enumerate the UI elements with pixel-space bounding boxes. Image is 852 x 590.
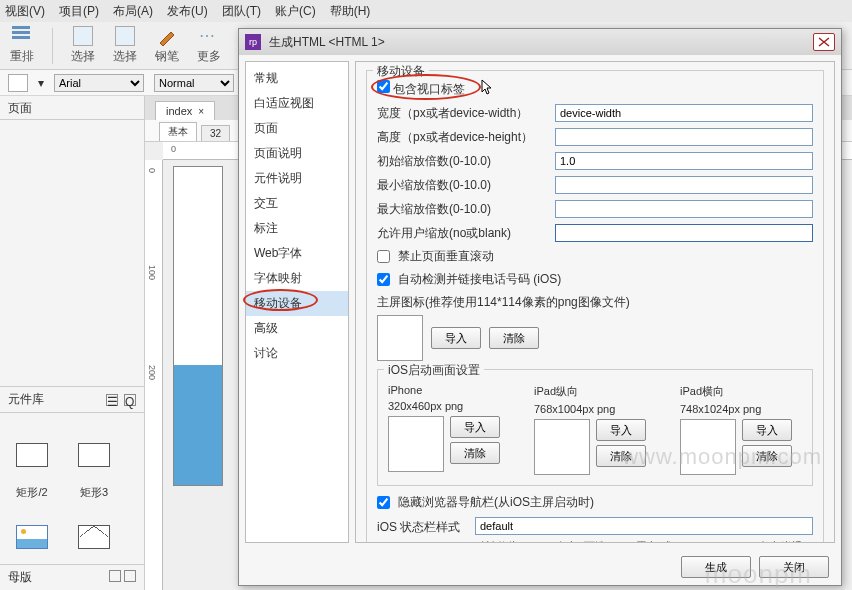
dialog-nav: 常规 白适应视图 页面 页面说明 元件说明 交互 标注 Web字体 字体映射 移… [245,61,349,543]
artboard-shape [174,365,222,485]
width-input[interactable] [555,104,813,122]
more-icon: ⋯ [199,26,219,46]
menu-team[interactable]: 团队(T) [222,3,261,20]
group-select-icon [115,26,135,46]
master-panel-header: 母版 [8,569,32,586]
statusbar-label: iOS 状态栏样式 [377,517,467,536]
nav-page[interactable]: 页面 [246,116,348,141]
close-icon[interactable]: × [198,106,204,117]
ipad-p-thumb [534,419,590,475]
iphone-thumb [388,416,444,472]
mobile-fieldset: 移动设备 包含视口标签 宽度（px或者device-width） 高度（px或者 [366,70,824,543]
dropdown-icon: ▾ [38,76,44,90]
minscale-input[interactable] [555,176,813,194]
toolbar-sep [52,28,53,64]
hidenav-checkbox[interactable] [377,496,390,509]
ipad-p-clear-button[interactable]: 清除 [596,445,646,467]
width-label: 宽度（px或者device-width） [377,105,547,122]
tool-more[interactable]: ⋯ 更多 [197,26,221,65]
nav-fontmap[interactable]: 字体映射 [246,266,348,291]
ipad-l-label: iPad横向 [680,384,792,399]
nav-elemdesc[interactable]: 元件说明 [246,166,348,191]
tool-select[interactable]: 选择 [71,26,95,65]
nav-advanced[interactable]: 高级 [246,316,348,341]
launch-fieldset: iOS启动画面设置 iPhone 320x460px png 导入 清除 [377,369,813,486]
close-icon [818,37,830,47]
minscale-label: 最小缩放倍数(0-10.0) [377,177,547,194]
ipad-l-clear-button[interactable]: 清除 [742,445,792,467]
iphone-spec: 320x460px png [388,400,500,412]
close-button[interactable] [813,33,835,51]
launch-legend: iOS启动画面设置 [384,362,484,379]
homeicon-import-button[interactable]: 导入 [431,327,481,349]
shape-rect3[interactable]: 矩形3 [78,443,110,500]
left-panel: 页面 元件库 ☰ Q 矩形/2 矩形3 [0,96,145,590]
menu-account[interactable]: 账户(C) [275,3,316,20]
subtab-320[interactable]: 32 [201,125,230,141]
nav-interact[interactable]: 交互 [246,191,348,216]
menu-help[interactable]: 帮助(H) [330,3,371,20]
iphone-import-button[interactable]: 导入 [450,416,500,438]
nav-mobile[interactable]: 移动设备 [246,291,348,316]
tool-reorder[interactable]: 重排 [10,26,34,65]
nav-annot[interactable]: 标注 [246,216,348,241]
dialog-titlebar[interactable]: rp 生成HTML <HTML 1> [239,29,841,55]
style-dropdown[interactable] [8,74,28,92]
height-input[interactable] [555,128,813,146]
rect-icon [16,443,48,467]
nav-pagedesc[interactable]: 页面说明 [246,141,348,166]
tab-index[interactable]: index × [155,101,215,120]
menu-project[interactable]: 项目(P) [59,3,99,20]
hidenav-label: 隐藏浏览器导航栏(从iOS主屏启动时) [398,494,594,511]
autotel-checkbox[interactable] [377,273,390,286]
shape-envelope[interactable] [78,525,110,549]
dialog-main: 移动设备 包含视口标签 宽度（px或者device-width） 高度（px或者 [355,61,835,543]
master-add-icon[interactable] [109,570,121,582]
nav-webfont[interactable]: Web字体 [246,241,348,266]
tool-reorder-label: 重排 [10,48,34,65]
artboard[interactable] [173,166,223,486]
select-icon [73,26,93,46]
tool-pen[interactable]: 钢笔 [155,26,179,65]
homeicon-thumb [377,315,423,361]
dialog-title: 生成HTML <HTML 1> [269,34,385,51]
designscroll-checkbox[interactable] [377,250,390,263]
nav-general[interactable]: 常规 [246,66,348,91]
subtab-base[interactable]: 基本 [159,122,197,141]
nav-discuss[interactable]: 讨论 [246,341,348,366]
ipad-l-spec: 748x1024px png [680,403,792,415]
menu-bar: 视图(V) 项目(P) 布局(A) 发布(U) 团队(T) 账户(C) 帮助(H… [0,0,852,22]
homeicon-clear-button[interactable]: 清除 [489,327,539,349]
initscale-input[interactable] [555,152,813,170]
userscale-input[interactable] [555,224,813,242]
menu-layout[interactable]: 布局(A) [113,3,153,20]
initscale-label: 初始缩放倍数(0-10.0) [377,153,547,170]
shape-rect2[interactable]: 矩形/2 [16,443,48,500]
iphone-clear-button[interactable]: 清除 [450,442,500,464]
ruler-vertical: 0 100 200 [145,160,163,590]
generate-html-dialog: rp 生成HTML <HTML 1> 常规 白适应视图 页面 页面说明 元件说明… [238,28,842,586]
ipad-p-spec: 768x1004px png [534,403,646,415]
generate-button[interactable]: 生成 [681,556,751,578]
nav-adaptive[interactable]: 白适应视图 [246,91,348,116]
iphone-label: iPhone [388,384,500,396]
lib-search-icon[interactable]: Q [124,394,136,406]
shape-image[interactable] [16,525,48,549]
designscroll-label: 禁止页面垂直滚动 [398,248,494,265]
weight-select[interactable]: Normal [154,74,234,92]
mobile-legend: 移动设备 [373,63,429,80]
height-label: 高度（px或者device-height） [377,129,547,146]
menu-view[interactable]: 视图(V) [5,3,45,20]
ipad-l-import-button[interactable]: 导入 [742,419,792,441]
menu-publish[interactable]: 发布(U) [167,3,208,20]
master-folder-icon[interactable] [124,570,136,582]
pen-icon [157,26,177,46]
close-dialog-button[interactable]: 关闭 [759,556,829,578]
tool-group-select[interactable]: 选择 [113,26,137,65]
maxscale-input[interactable] [555,200,813,218]
font-select[interactable]: Arial [54,74,144,92]
ipad-p-import-button[interactable]: 导入 [596,419,646,441]
lib-list-icon[interactable]: ☰ [106,394,118,406]
viewport-checkbox[interactable] [377,80,390,93]
statusbar-input[interactable] [475,517,813,535]
